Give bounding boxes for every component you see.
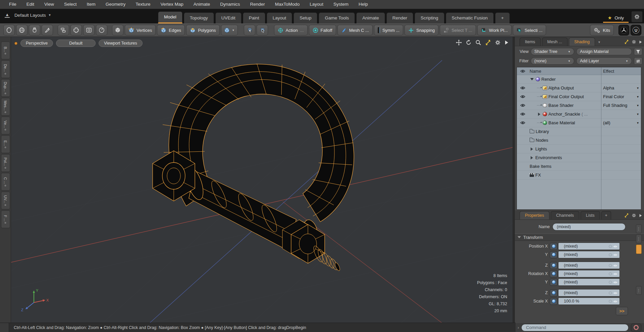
transform-section-header[interactable]: Transform <box>515 234 644 241</box>
mini-dial-icon[interactable] <box>609 291 612 294</box>
primitive-globe-button[interactable] <box>16 25 28 36</box>
layout-tab[interactable]: Render <box>386 12 413 23</box>
add-layer-dropdown[interactable]: Add Layer ▼ <box>576 57 632 65</box>
value-field[interactable]: (mixed) <box>558 270 620 277</box>
radial-tool-button[interactable] <box>96 25 107 36</box>
items-mode-button[interactable] <box>112 25 123 36</box>
only-toggle[interactable]: ★ Only <box>603 14 629 23</box>
work-plane-button[interactable]: Work Pl... <box>477 25 512 36</box>
strip-handle[interactable] <box>636 224 642 233</box>
menu-item[interactable]: Vertex Map <box>155 0 188 9</box>
mini-dial-icon[interactable] <box>609 264 612 267</box>
tab-lists[interactable]: Lists <box>581 211 600 219</box>
more-options-button[interactable]: >> <box>616 307 628 315</box>
visibility-eye-icon[interactable] <box>520 121 525 125</box>
layout-tab[interactable]: Animate <box>356 12 385 23</box>
menu-item[interactable]: Geometry <box>101 0 130 9</box>
menu-item[interactable]: Layout <box>305 0 328 9</box>
toolbox-tab[interactable]: F ... <box>1 210 10 228</box>
shader-tree-row[interactable]: Render <box>517 75 641 84</box>
filter-dropdown[interactable]: (none) ▼ <box>531 57 574 65</box>
mini-dial-icon[interactable] <box>609 253 612 256</box>
snapping-button[interactable]: Snapping <box>405 25 438 36</box>
viewport-options-arrow-icon[interactable] <box>504 40 508 45</box>
zoom-icon[interactable] <box>475 40 481 46</box>
mini-slider-arrows-icon[interactable] <box>613 300 618 303</box>
chevron-down-icon[interactable]: ▼ <box>598 41 601 44</box>
panel-options-arrow-icon[interactable] <box>639 40 642 44</box>
mini-slider-arrows-icon[interactable] <box>613 264 618 267</box>
rotate-icon[interactable] <box>466 40 472 46</box>
scroll-thumb[interactable] <box>636 245 642 254</box>
toolbox-tab[interactable]: E... <box>1 135 10 153</box>
menu-item[interactable]: Help <box>354 0 373 9</box>
unreal-bridge-button[interactable]: U <box>631 25 641 36</box>
viewport-textures-button[interactable]: Viewport Textures <box>99 40 143 47</box>
menu-item[interactable]: Dynamics <box>215 0 245 9</box>
gear-icon[interactable] <box>632 213 636 218</box>
mini-dial-icon[interactable] <box>609 245 612 248</box>
value-field[interactable]: (mixed) <box>558 289 620 296</box>
menu-item[interactable]: MaxToModo <box>270 0 305 9</box>
shader-tree-row[interactable]: Bake Items <box>517 162 641 171</box>
effect-dropdown-caret[interactable]: ▾ <box>637 121 639 125</box>
layout-tab[interactable]: Topology <box>184 12 214 23</box>
mini-dial-icon[interactable] <box>609 272 612 275</box>
channel-toggle[interactable] <box>550 279 557 286</box>
kits-button[interactable]: Kits <box>590 25 614 36</box>
layout-tab[interactable]: Scripting <box>415 12 444 23</box>
layout-tab[interactable]: Model <box>158 11 182 23</box>
toolbox-tab[interactable]: C ... <box>1 173 10 191</box>
layout-tab[interactable]: Game Tools <box>319 12 355 23</box>
duplicate-tool-button[interactable] <box>58 25 69 36</box>
mini-dial-icon[interactable] <box>609 300 612 303</box>
toolbox-tab[interactable]: De... <box>1 60 10 78</box>
command-input[interactable]: Command <box>521 324 629 331</box>
layouts-dropdown[interactable]: Default Layouts ▼ <box>14 13 51 18</box>
layout-tab[interactable]: Layout <box>267 12 292 23</box>
strip-handle[interactable] <box>636 235 642 243</box>
tab-items[interactable]: Items <box>520 38 541 46</box>
mini-slider-arrows-icon[interactable] <box>613 281 618 284</box>
toolbox-tab[interactable]: B... <box>1 42 10 59</box>
toolbox-tab[interactable]: Dup... <box>1 79 10 97</box>
strip-handle[interactable] <box>636 286 642 295</box>
toolbox-tab[interactable]: Pol... <box>1 154 10 172</box>
symmetry-button[interactable]: Symm ... <box>374 25 403 36</box>
visibility-column-eye-icon[interactable] <box>520 69 525 73</box>
value-field[interactable]: (mixed) <box>558 243 620 250</box>
axis-tool-button[interactable] <box>70 25 82 36</box>
assign-material-button[interactable]: Assign Material <box>576 48 632 55</box>
menu-item[interactable]: Item <box>82 0 101 9</box>
shader-tree-row[interactable]: Alpha Output Alpha ▾ <box>517 84 641 92</box>
pen-tool-button[interactable] <box>42 25 53 36</box>
primitive-jar-button[interactable] <box>29 25 40 36</box>
layout-tab[interactable]: Setup <box>293 12 317 23</box>
select-item-white-button[interactable] <box>244 25 255 36</box>
menu-item[interactable]: View <box>39 0 59 9</box>
effect-dropdown-caret[interactable]: ▾ <box>637 95 639 98</box>
mini-dial-icon[interactable] <box>609 281 612 284</box>
macro-record-button[interactable] <box>631 324 641 332</box>
expand-triangle-icon[interactable] <box>530 78 534 80</box>
polygons-mode-button[interactable]: Polygons <box>186 25 219 36</box>
menu-item[interactable]: File <box>4 0 21 9</box>
collapse-arrow-icon[interactable] <box>538 113 540 116</box>
item-mode-dropdown[interactable]: ▼ <box>221 25 238 36</box>
shader-tree-row[interactable]: FX <box>517 171 641 180</box>
visibility-eye-icon[interactable] <box>520 95 525 98</box>
filter-funnel-button[interactable] <box>634 48 642 55</box>
effect-dropdown-caret[interactable]: ▾ <box>637 104 639 107</box>
region-tool-button[interactable] <box>83 25 95 36</box>
add-tab-button[interactable]: + <box>601 211 611 219</box>
effect-dropdown-caret[interactable]: ▾ <box>637 86 639 90</box>
tab-mesh[interactable]: Mesh ... <box>542 38 568 46</box>
view-dropdown[interactable]: Shader Tree ▼ <box>531 48 574 55</box>
channel-toggle[interactable] <box>550 289 557 296</box>
value-field[interactable]: (mixed) <box>558 262 620 269</box>
effect-dropdown-caret[interactable]: ▾ <box>637 112 639 116</box>
shader-tree-row[interactable]: Final Color Output Final Color ▾ <box>517 92 641 101</box>
value-field[interactable]: 100.0 % <box>558 297 620 305</box>
menu-item[interactable]: Animate <box>189 0 215 9</box>
modo-ball-logo-button[interactable] <box>619 25 629 36</box>
